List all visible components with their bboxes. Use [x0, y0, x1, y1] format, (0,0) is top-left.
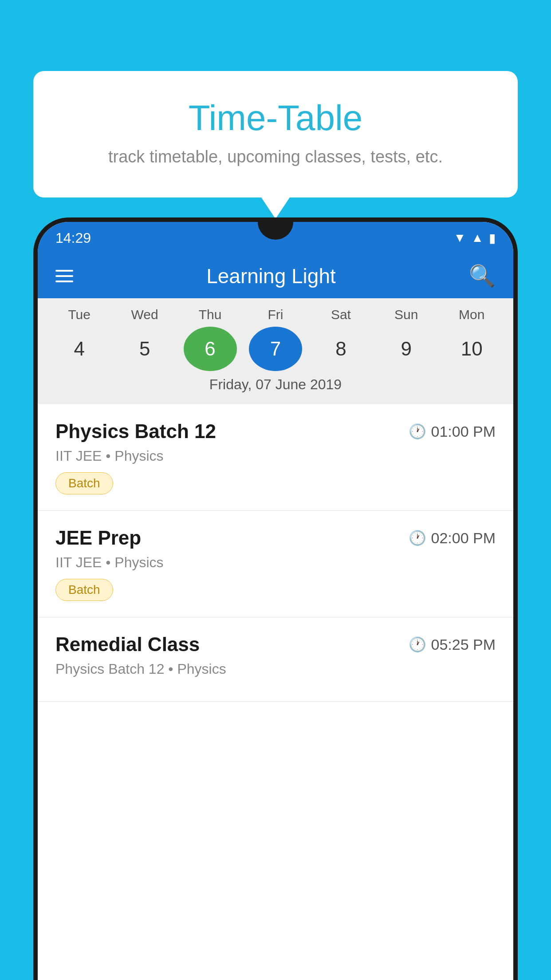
menu-icon[interactable]	[55, 270, 73, 282]
status-time: 14:29	[55, 230, 91, 246]
battery-icon: ▮	[489, 231, 496, 245]
search-icon[interactable]: 🔍	[469, 264, 496, 288]
day-label-fri: Fri	[249, 307, 302, 322]
day-4[interactable]: 4	[53, 327, 106, 371]
schedule-item-3-time: 🕐 05:25 PM	[409, 636, 496, 653]
time-value-1: 01:00 PM	[431, 423, 496, 440]
status-bar: 14:29 ▼ ▲ ▮	[38, 222, 513, 254]
clock-icon-2: 🕐	[409, 530, 426, 546]
schedule-item-1[interactable]: Physics Batch 12 🕐 01:00 PM IIT JEE • Ph…	[38, 404, 513, 511]
app-bar: Learning Light 🔍	[38, 254, 513, 298]
schedule-item-2-subtitle: IIT JEE • Physics	[55, 554, 496, 571]
day-label-wed: Wed	[118, 307, 171, 322]
schedule-item-3-subtitle: Physics Batch 12 • Physics	[55, 661, 496, 677]
schedule-item-2-header: JEE Prep 🕐 02:00 PM	[55, 527, 496, 549]
day-6-today[interactable]: 6	[184, 327, 237, 371]
tooltip-subtitle: track timetable, upcoming classes, tests…	[55, 147, 496, 166]
schedule-item-2[interactable]: JEE Prep 🕐 02:00 PM IIT JEE • Physics Ba…	[38, 511, 513, 617]
schedule-item-1-header: Physics Batch 12 🕐 01:00 PM	[55, 420, 496, 443]
day-8[interactable]: 8	[314, 327, 367, 371]
day-label-sun: Sun	[380, 307, 433, 322]
day-label-mon: Mon	[445, 307, 498, 322]
day-7-selected[interactable]: 7	[249, 327, 302, 371]
camera-notch	[258, 222, 293, 240]
tooltip-card: Time-Table track timetable, upcoming cla…	[33, 71, 518, 198]
schedule-item-2-time: 🕐 02:00 PM	[409, 530, 496, 547]
clock-icon-1: 🕐	[409, 423, 426, 440]
wifi-icon: ▼	[454, 231, 466, 245]
batch-badge-1: Batch	[55, 472, 113, 494]
day-label-sat: Sat	[314, 307, 367, 322]
time-value-3: 05:25 PM	[431, 636, 496, 653]
schedule-item-3-title: Remedial Class	[55, 633, 200, 656]
status-icons: ▼ ▲ ▮	[454, 231, 496, 245]
schedule-item-1-subtitle: IIT JEE • Physics	[55, 448, 496, 464]
day-numbers: 4 5 6 7 8 9 10	[38, 327, 513, 371]
app-title: Learning Light	[91, 264, 451, 288]
schedule-item-1-title: Physics Batch 12	[55, 420, 216, 443]
day-10[interactable]: 10	[445, 327, 498, 371]
schedule-item-3-header: Remedial Class 🕐 05:25 PM	[55, 633, 496, 656]
day-labels: Tue Wed Thu Fri Sat Sun Mon	[38, 307, 513, 322]
day-5[interactable]: 5	[118, 327, 171, 371]
schedule-item-2-title: JEE Prep	[55, 527, 141, 549]
signal-icon: ▲	[471, 231, 484, 245]
day-label-tue: Tue	[53, 307, 106, 322]
day-label-thu: Thu	[184, 307, 237, 322]
calendar-strip: Tue Wed Thu Fri Sat Sun Mon 4 5 6 7 8 9 …	[38, 298, 513, 404]
schedule-list: Physics Batch 12 🕐 01:00 PM IIT JEE • Ph…	[38, 404, 513, 702]
phone-inner: 14:29 ▼ ▲ ▮ Learning Light 🔍 Tue	[38, 222, 513, 980]
day-9[interactable]: 9	[380, 327, 433, 371]
phone-frame: 14:29 ▼ ▲ ▮ Learning Light 🔍 Tue	[33, 217, 518, 980]
time-value-2: 02:00 PM	[431, 530, 496, 547]
batch-badge-2: Batch	[55, 579, 113, 601]
clock-icon-3: 🕐	[409, 636, 426, 653]
tooltip-title: Time-Table	[55, 98, 496, 138]
schedule-item-1-time: 🕐 01:00 PM	[409, 423, 496, 440]
screen-content: Tue Wed Thu Fri Sat Sun Mon 4 5 6 7 8 9 …	[38, 298, 513, 980]
selected-date-label: Friday, 07 June 2019	[38, 371, 513, 400]
schedule-item-3[interactable]: Remedial Class 🕐 05:25 PM Physics Batch …	[38, 617, 513, 702]
